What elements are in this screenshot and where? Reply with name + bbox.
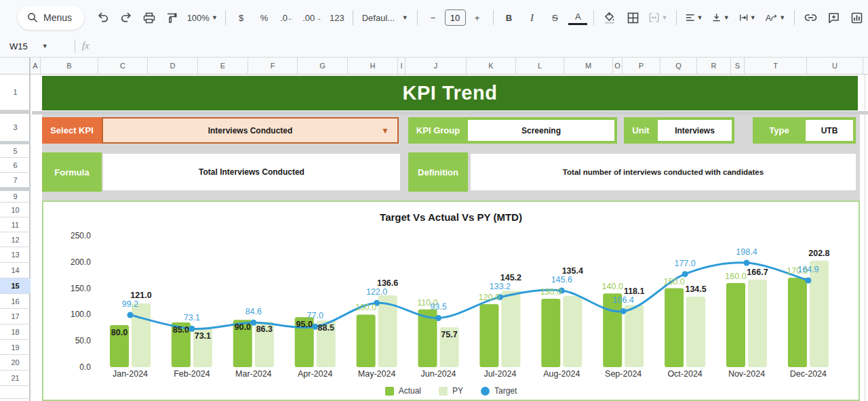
fill-color-button[interactable] bbox=[600, 8, 619, 27]
column-header-G[interactable]: G bbox=[298, 58, 348, 74]
menus-button[interactable]: Menus bbox=[18, 5, 84, 30]
bar-py-Sep-2024 bbox=[625, 305, 644, 367]
name-box[interactable]: W15 ▼ bbox=[0, 35, 68, 57]
column-header-partial[interactable] bbox=[863, 58, 868, 74]
select-all-corner[interactable] bbox=[0, 58, 31, 74]
svg-text:134.5: 134.5 bbox=[685, 284, 706, 294]
chevron-down-icon: ▼ bbox=[724, 14, 730, 21]
kpi-group-box: KPI Group Screening bbox=[408, 117, 617, 144]
target-point-Sep-2024 bbox=[620, 308, 627, 314]
merge-cells-button[interactable]: ▼ bbox=[646, 8, 670, 27]
format-currency-button[interactable]: $ bbox=[232, 8, 251, 27]
row-header-17[interactable]: 17 bbox=[0, 309, 31, 324]
row-header-10[interactable]: 10 bbox=[0, 203, 31, 217]
column-header-H[interactable]: H bbox=[348, 58, 398, 74]
format-percent-button[interactable]: % bbox=[255, 8, 274, 27]
row-header-19[interactable]: 19 bbox=[0, 340, 31, 355]
row-header-11[interactable]: 11 bbox=[0, 217, 31, 232]
increase-font-size-button[interactable]: + bbox=[468, 8, 487, 27]
kpi-select-dropdown[interactable]: Interviews Conducted ▼ bbox=[102, 117, 399, 144]
svg-text:Nov-2024: Nov-2024 bbox=[728, 369, 765, 379]
horizontal-align-button[interactable]: ▼ bbox=[683, 8, 705, 27]
column-header-B[interactable]: B bbox=[41, 58, 98, 74]
vertical-align-button[interactable]: ▼ bbox=[709, 8, 732, 27]
row-header-14[interactable]: 14 bbox=[0, 263, 31, 278]
formula-label: Formula bbox=[42, 152, 102, 192]
row-header-1[interactable]: 1 bbox=[0, 75, 31, 110]
chevron-down-icon: ▼ bbox=[750, 14, 756, 21]
target-line bbox=[130, 263, 808, 329]
column-header-P[interactable]: P bbox=[623, 58, 660, 74]
row-header-7[interactable]: 7 bbox=[0, 173, 31, 188]
column-header-M[interactable]: M bbox=[564, 58, 613, 74]
italic-button[interactable]: I bbox=[522, 8, 541, 27]
chevron-down-icon: ▼ bbox=[381, 126, 389, 135]
column-header-C[interactable]: C bbox=[98, 58, 148, 74]
column-header-F[interactable]: F bbox=[248, 58, 298, 74]
svg-text:Mar-2024: Mar-2024 bbox=[235, 369, 272, 379]
row-header-16[interactable]: 16 bbox=[0, 294, 31, 309]
text-color-button[interactable]: A bbox=[568, 10, 587, 25]
strikethrough-button[interactable]: S bbox=[545, 8, 564, 27]
bar-actual-Oct-2024 bbox=[665, 289, 684, 367]
undo-button[interactable] bbox=[94, 8, 113, 27]
increase-decimal-button[interactable]: .00→ bbox=[301, 8, 323, 27]
column-header-R[interactable]: R bbox=[697, 58, 731, 74]
svg-text:May-2024: May-2024 bbox=[358, 369, 396, 379]
column-header-K[interactable]: K bbox=[467, 58, 516, 74]
svg-text:122.0: 122.0 bbox=[366, 287, 387, 297]
column-header-U[interactable]: U bbox=[807, 58, 863, 74]
svg-text:121.0: 121.0 bbox=[130, 291, 151, 300]
row-header-21[interactable]: 21 bbox=[0, 371, 31, 386]
decrease-decimal-label: .0 bbox=[280, 13, 288, 23]
svg-text:Oct-2024: Oct-2024 bbox=[667, 369, 702, 379]
column-header-J[interactable]: J bbox=[406, 58, 467, 74]
insert-link-button[interactable] bbox=[801, 8, 820, 27]
text-rotation-button[interactable]: A▼ bbox=[763, 8, 788, 27]
row-header-18[interactable]: 18 bbox=[0, 324, 31, 340]
row-header-13[interactable]: 13 bbox=[0, 247, 31, 263]
print-button[interactable] bbox=[140, 8, 159, 27]
column-header-I[interactable]: I bbox=[398, 58, 406, 74]
borders-button[interactable] bbox=[623, 8, 642, 27]
column-header-O[interactable]: O bbox=[613, 58, 623, 74]
font-select[interactable]: Defaul...▼ bbox=[359, 8, 411, 27]
row-header-3[interactable]: 3 bbox=[0, 114, 31, 142]
redo-button[interactable] bbox=[117, 8, 136, 27]
font-size-input[interactable]: 10 bbox=[445, 9, 466, 26]
bar-py-Oct-2024 bbox=[686, 297, 705, 367]
row-header-12[interactable]: 12 bbox=[0, 232, 31, 247]
bold-button[interactable]: B bbox=[499, 8, 518, 27]
row-header-15[interactable]: 15 bbox=[0, 278, 31, 294]
insert-chart-button[interactable] bbox=[847, 8, 866, 27]
frozen-row-separator bbox=[32, 111, 868, 114]
row-header-5[interactable]: 5 bbox=[0, 144, 31, 158]
kpi-trend-chart[interactable]: Target Vs Actual Vs PY (MTD) 0.050.0100.… bbox=[42, 200, 860, 401]
text-wrap-button[interactable]: ▼ bbox=[736, 8, 759, 27]
definition-value: Total number of interviews conducted wit… bbox=[471, 154, 856, 190]
row-header-9[interactable]: 9 bbox=[0, 191, 31, 203]
zoom-select[interactable]: 100%▼ bbox=[186, 8, 219, 27]
row-header-hidden[interactable] bbox=[0, 386, 31, 399]
column-header-S[interactable]: S bbox=[731, 58, 745, 74]
insert-comment-button[interactable] bbox=[824, 8, 843, 27]
svg-text:135.4: 135.4 bbox=[562, 266, 583, 276]
row-header-20[interactable]: 20 bbox=[0, 355, 31, 371]
formula-input[interactable] bbox=[97, 35, 868, 57]
chart-plot-area: 0.050.0100.0150.0200.0250.0Jan-2024Feb-2… bbox=[43, 202, 859, 379]
column-header-D[interactable]: D bbox=[148, 58, 198, 74]
bar-actual-Nov-2024 bbox=[726, 283, 745, 367]
paint-format-button[interactable] bbox=[163, 8, 182, 27]
unit-label: Unit bbox=[624, 117, 658, 144]
column-header-L[interactable]: L bbox=[516, 58, 564, 74]
font-value: Defaul... bbox=[362, 13, 395, 23]
column-header-T[interactable]: T bbox=[745, 58, 807, 74]
column-header-E[interactable]: E bbox=[198, 58, 248, 74]
row-header-6[interactable]: 6 bbox=[0, 158, 31, 173]
column-header-Q[interactable]: Q bbox=[660, 58, 697, 74]
decrease-font-size-button[interactable]: − bbox=[424, 8, 443, 27]
type-box: Type UTB bbox=[753, 117, 856, 144]
column-header-A[interactable]: A bbox=[31, 58, 41, 74]
decrease-decimal-button[interactable]: .0← bbox=[278, 8, 297, 27]
number-format-button[interactable]: 123 bbox=[328, 8, 347, 27]
